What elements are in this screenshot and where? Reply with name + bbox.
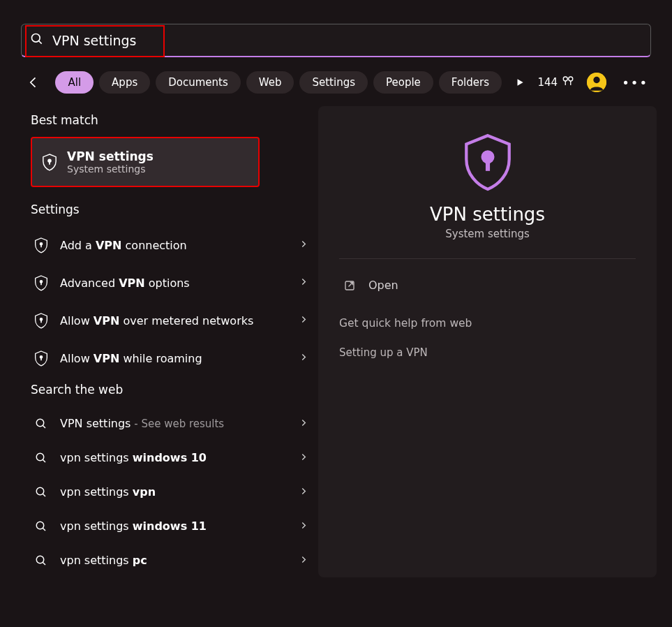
shield-lock-icon: [42, 153, 57, 171]
chevron-right-icon: [299, 451, 308, 464]
svg-point-17: [36, 419, 44, 427]
rewards-icon: [562, 75, 574, 90]
filter-folders[interactable]: Folders: [439, 71, 502, 94]
search-icon: [33, 452, 49, 464]
result-label: vpn settings pc: [60, 554, 147, 567]
help-heading: Get quick help from web: [339, 317, 636, 330]
section-best-match: Best match: [31, 113, 308, 127]
result-label: vpn settings windows 11: [60, 519, 207, 533]
section-search-web: Search the web: [31, 383, 308, 397]
result-label: Allow VPN while roaming: [60, 352, 202, 365]
svg-line-24: [43, 528, 45, 531]
svg-point-11: [40, 281, 42, 283]
svg-point-9: [40, 243, 42, 245]
shield-lock-icon: [33, 312, 49, 329]
chevron-right-icon: [299, 554, 308, 567]
svg-line-22: [43, 494, 45, 496]
shield-lock-icon: [33, 274, 49, 291]
best-match-result[interactable]: VPN settings System settings: [31, 137, 260, 187]
preview-pane: VPN settings System settings Open Get qu…: [318, 106, 657, 577]
divider: [339, 258, 636, 259]
search-icon: [33, 520, 49, 533]
shield-lock-icon: [33, 237, 49, 253]
filter-apps[interactable]: Apps: [99, 71, 150, 94]
more-options-button[interactable]: •••: [619, 73, 651, 93]
svg-line-20: [43, 459, 45, 462]
main-content: Best match VPN settings System settings …: [0, 95, 672, 577]
result-label: Add a VPN connection: [60, 239, 187, 252]
web-result[interactable]: vpn settings pc: [31, 543, 308, 577]
result-label: vpn settings windows 10: [60, 451, 207, 464]
back-button[interactable]: [21, 70, 45, 95]
chevron-right-icon: [299, 519, 308, 533]
settings-result[interactable]: Allow VPN while roaming: [31, 339, 308, 377]
settings-result[interactable]: Advanced VPN options: [31, 264, 308, 302]
svg-point-3: [563, 77, 567, 81]
svg-point-6: [593, 77, 599, 83]
svg-point-7: [48, 159, 51, 162]
web-result[interactable]: vpn settings windows 10: [31, 441, 308, 475]
results-pane: Best match VPN settings System settings …: [31, 106, 308, 577]
filter-settings[interactable]: Settings: [299, 71, 368, 94]
chevron-right-icon: [299, 276, 308, 290]
search-icon: [33, 554, 49, 567]
settings-result[interactable]: Add a VPN connection: [31, 226, 308, 264]
svg-point-13: [40, 318, 42, 320]
filter-all[interactable]: All: [55, 71, 94, 94]
web-result[interactable]: vpn settings vpn: [31, 475, 308, 509]
search-bar[interactable]: [21, 24, 651, 57]
svg-point-0: [32, 34, 40, 42]
best-match-subtitle: System settings: [67, 163, 154, 175]
preview-hero-icon: [339, 131, 636, 191]
svg-point-21: [36, 487, 44, 495]
filter-documents[interactable]: Documents: [156, 71, 241, 94]
open-label: Open: [368, 279, 398, 292]
chevron-right-icon: [299, 417, 308, 430]
filter-people[interactable]: People: [373, 71, 433, 94]
svg-point-19: [36, 453, 44, 461]
preview-title: VPN settings: [339, 204, 636, 225]
result-label: Allow VPN over metered networks: [60, 314, 253, 327]
filter-bar: All Apps Documents Web Settings People F…: [0, 57, 672, 95]
result-label: VPN settings - See web results: [60, 417, 224, 430]
help-link-setup-vpn[interactable]: Setting up a VPN: [339, 346, 636, 359]
shield-lock-icon: [33, 350, 49, 367]
chevron-right-icon: [299, 352, 308, 365]
web-result[interactable]: VPN settings - See web results: [31, 406, 308, 441]
user-avatar[interactable]: [587, 73, 606, 92]
search-icon: [33, 486, 49, 499]
svg-point-15: [40, 356, 42, 358]
media-play-button[interactable]: [507, 70, 532, 95]
points-value: 144: [538, 76, 558, 89]
chevron-right-icon: [299, 485, 308, 499]
search-icon: [30, 32, 52, 49]
chevron-right-icon: [299, 314, 308, 327]
result-label: vpn settings vpn: [60, 485, 156, 499]
open-icon: [342, 279, 357, 292]
result-label: Advanced VPN options: [60, 276, 190, 290]
svg-line-18: [43, 425, 45, 428]
search-icon: [33, 418, 49, 430]
web-result[interactable]: vpn settings windows 11: [31, 509, 308, 543]
section-settings: Settings: [31, 202, 308, 216]
svg-marker-2: [517, 79, 523, 85]
open-action[interactable]: Open: [339, 272, 636, 299]
chevron-right-icon: [299, 239, 308, 252]
svg-line-1: [39, 40, 42, 43]
svg-point-27: [482, 152, 493, 162]
preview-subtitle: System settings: [339, 228, 636, 240]
settings-result[interactable]: Allow VPN over metered networks: [31, 302, 308, 339]
search-input[interactable]: [52, 33, 642, 48]
svg-point-25: [36, 556, 44, 563]
rewards-points[interactable]: 144: [538, 75, 575, 90]
svg-point-4: [569, 77, 573, 81]
best-match-title: VPN settings: [67, 149, 154, 163]
svg-line-26: [43, 562, 45, 565]
svg-point-23: [36, 522, 44, 529]
filter-web[interactable]: Web: [246, 71, 294, 94]
